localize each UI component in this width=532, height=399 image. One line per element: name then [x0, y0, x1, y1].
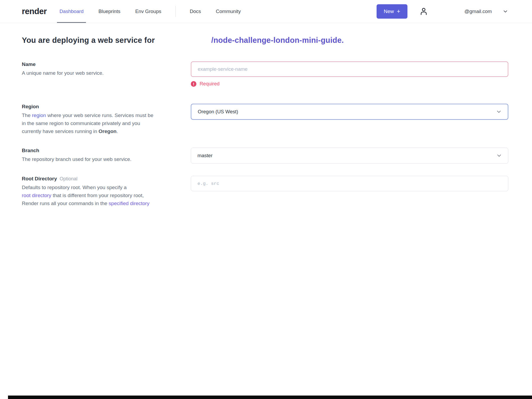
name-field-row: Name A unique name for your web service.…: [22, 61, 508, 87]
name-error: ! Required: [191, 81, 508, 87]
branch-description: The repository branch used for your web …: [22, 155, 171, 163]
nav-divider: [175, 6, 176, 17]
region-desc-text: where your web service runs. Services mu…: [46, 113, 153, 118]
region-desc-text: currently have services running in: [22, 128, 98, 134]
region-select-value: Oregon (US West): [198, 109, 238, 115]
name-label: Name: [22, 61, 171, 67]
chevron-down-icon: [502, 9, 508, 14]
plus-icon: +: [397, 8, 400, 15]
user-icon: [419, 7, 428, 16]
region-select[interactable]: Oregon (US West): [191, 104, 508, 120]
nav-item-docs[interactable]: Docs: [189, 0, 202, 23]
region-doc-link[interactable]: region: [32, 113, 46, 118]
root-directory-field-info: Root DirectoryOptional Defaults to repos…: [22, 176, 171, 207]
error-alert-icon: !: [191, 81, 196, 87]
specified-directory-doc-link[interactable]: specified directory: [109, 201, 149, 206]
root-directory-input[interactable]: [191, 176, 508, 191]
new-button-label: New: [384, 9, 394, 14]
root-dir-desc-text: that is different from your repository r…: [51, 193, 144, 198]
name-error-text: Required: [200, 81, 220, 87]
root-dir-desc-text: Defaults to repository root. When you sp…: [22, 185, 127, 190]
page-title-prefix: You are deploying a web service for: [22, 36, 155, 44]
repo-link[interactable]: /node-challenge-london-mini-guide.: [211, 36, 344, 44]
region-field-info: Region The region where your web service…: [22, 104, 171, 135]
region-desc-text: in the same region to communicate privat…: [22, 120, 140, 126]
branch-field-info: Branch The repository branch used for yo…: [22, 148, 171, 164]
region-field-row: Region The region where your web service…: [22, 104, 508, 135]
region-desc-oregon: Oregon: [98, 128, 117, 134]
top-navigation: render Dashboard Blueprints Env Groups D…: [0, 0, 532, 23]
nav-items: Dashboard Blueprints Env Groups Docs Com…: [59, 0, 241, 23]
service-name-input[interactable]: [191, 61, 508, 77]
root-directory-field-row: Root DirectoryOptional Defaults to repos…: [22, 176, 508, 207]
root-directory-label: Root DirectoryOptional: [22, 176, 171, 182]
branch-select[interactable]: master: [191, 148, 508, 164]
render-logo[interactable]: render: [22, 7, 47, 16]
name-field-info: Name A unique name for your web service.: [22, 61, 171, 87]
region-description: The region where your web service runs. …: [22, 111, 171, 135]
region-label: Region: [22, 104, 171, 110]
chevron-down-icon: [496, 153, 502, 159]
root-directory-description: Defaults to repository root. When you sp…: [22, 184, 171, 207]
account-email[interactable]: @gmail.com: [464, 9, 492, 14]
branch-label: Branch: [22, 148, 171, 153]
bottom-bar: [8, 396, 532, 399]
user-menu-button[interactable]: [418, 5, 430, 18]
region-desc-text: The: [22, 113, 32, 118]
nav-item-dashboard[interactable]: Dashboard: [59, 0, 84, 23]
name-description: A unique name for your web service.: [22, 69, 171, 77]
page-title: You are deploying a web service for/node…: [22, 36, 508, 45]
branch-field-row: Branch The repository branch used for yo…: [22, 148, 508, 164]
branch-select-value: master: [197, 153, 213, 159]
chevron-down-icon: [496, 109, 502, 115]
nav-item-env-groups[interactable]: Env Groups: [134, 0, 162, 23]
root-dir-desc-text: Render runs all your commands in the: [22, 201, 109, 206]
new-button[interactable]: New +: [377, 4, 407, 19]
root-directory-doc-link[interactable]: root directory: [22, 193, 51, 198]
optional-tag: Optional: [60, 176, 77, 181]
deploy-form-page: You are deploying a web service for/node…: [0, 23, 532, 207]
nav-item-community[interactable]: Community: [215, 0, 242, 23]
region-desc-text: .: [117, 128, 118, 134]
account-menu-toggle[interactable]: [502, 9, 508, 14]
nav-item-blueprints[interactable]: Blueprints: [98, 0, 121, 23]
